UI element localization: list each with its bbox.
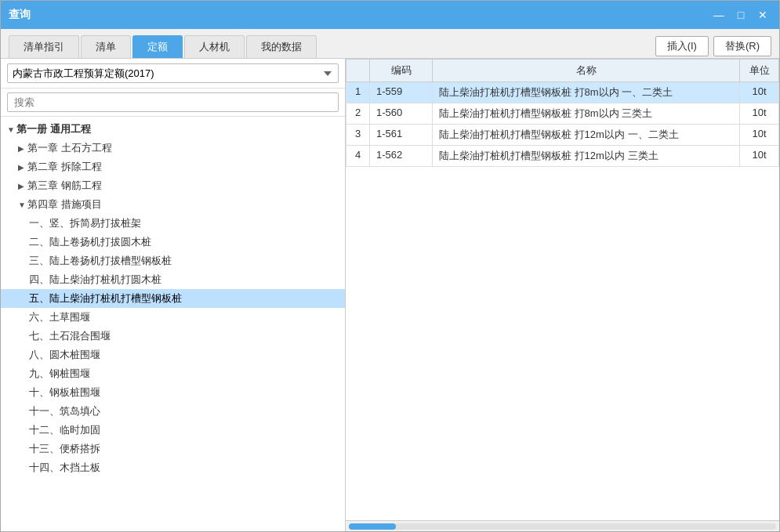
cell-code: 1-561 xyxy=(370,125,433,146)
search-input[interactable] xyxy=(7,92,339,112)
restore-button[interactable]: □ xyxy=(732,6,749,24)
table-row[interactable]: 41-562陆上柴油打桩机打槽型钢板桩 打12m以内 三类土10t xyxy=(346,146,779,167)
tree-arrow: ▼ xyxy=(18,201,27,209)
tab-dinge[interactable]: 定额 xyxy=(132,35,183,58)
tab-actions: 插入(I) 替换(R) xyxy=(655,36,771,58)
tree-item-item3[interactable]: 三、陆上卷扬机打拔槽型钢板桩 xyxy=(1,252,345,270)
tree-item-item10[interactable]: 十、钢板桩围堰 xyxy=(1,383,345,402)
cell-name: 陆上柴油打桩机打槽型钢板桩 打8m以内 三类土 xyxy=(433,103,740,125)
table-row[interactable]: 31-561陆上柴油打桩机打槽型钢板桩 打12m以内 一、二类土10t xyxy=(346,125,779,146)
horizontal-scrollbar[interactable] xyxy=(349,523,776,530)
cell-code: 1-559 xyxy=(370,82,433,103)
tree-item-item12[interactable]: 十二、临时加固 xyxy=(1,421,345,440)
col-name: 名称 xyxy=(433,60,740,82)
cell-code: 1-560 xyxy=(370,103,433,125)
table-row[interactable]: 21-560陆上柴油打桩机打槽型钢板桩 打8m以内 三类土10t xyxy=(346,103,779,125)
cell-unit: 10t xyxy=(740,125,779,146)
col-code: 编码 xyxy=(370,60,433,82)
main-window: 查询 — □ ✕ 清单指引 清单 定额 人材机 我的数据 插入(I) 替换(R)… xyxy=(0,0,780,532)
cell-unit: 10t xyxy=(740,82,779,103)
col-num xyxy=(346,60,370,82)
tree-item-item2[interactable]: 二、陆上卷扬机打拔圆木桩 xyxy=(1,233,345,252)
tree-arrow: ▶ xyxy=(18,182,27,190)
tree-item-ch3[interactable]: ▶第三章 钢筋工程 xyxy=(1,176,345,195)
cell-num: 3 xyxy=(346,125,370,146)
tree-item-item7[interactable]: 七、土石混合围堰 xyxy=(1,327,345,346)
data-table: 编码 名称 单位 11-559陆上柴油打桩机打槽型钢板桩 打8m以内 一、二类土… xyxy=(346,59,779,167)
cell-num: 2 xyxy=(346,103,370,125)
cell-code: 1-562 xyxy=(370,146,433,167)
tree-item-item1[interactable]: 一、竖、拆简易打拔桩架 xyxy=(1,214,345,233)
cell-name: 陆上柴油打桩机打槽型钢板桩 打12m以内 一、二类土 xyxy=(433,125,740,146)
table-row[interactable]: 11-559陆上柴油打桩机打槽型钢板桩 打8m以内 一、二类土10t xyxy=(346,82,779,103)
search-row xyxy=(1,89,345,117)
tree-item-ch4[interactable]: ▼第四章 措施项目 xyxy=(1,195,345,214)
minimize-button[interactable]: — xyxy=(710,6,727,24)
tree-item-vol1[interactable]: ▼第一册 通用工程 xyxy=(1,120,345,139)
tab-ren-cai-ji[interactable]: 人材机 xyxy=(184,35,245,58)
cell-unit: 10t xyxy=(740,146,779,167)
scrollbar-thumb xyxy=(349,523,396,530)
tree-item-ch1[interactable]: ▶第一章 土石方工程 xyxy=(1,139,345,157)
tree-item-item14[interactable]: 十四、木挡土板 xyxy=(1,458,345,477)
tree-item-item4[interactable]: 四、陆上柴油打桩机打圆木桩 xyxy=(1,270,345,289)
window-title: 查询 xyxy=(9,8,31,22)
tree-item-item5[interactable]: 五、陆上柴油打桩机打槽型钢板桩 xyxy=(1,289,345,308)
tab-bar: 清单指引 清单 定额 人材机 我的数据 插入(I) 替换(R) xyxy=(1,29,779,59)
tab-qingdan-zhiyin[interactable]: 清单指引 xyxy=(9,35,79,58)
tree-arrow: ▶ xyxy=(18,144,27,153)
title-bar: 查询 — □ ✕ xyxy=(1,1,779,29)
dropdown-row: 内蒙古市政工程预算定额(2017) xyxy=(1,59,345,89)
window-controls: — □ ✕ xyxy=(710,6,771,24)
col-unit: 单位 xyxy=(740,60,779,82)
horizontal-scrollbar-row xyxy=(346,520,779,531)
tree-item-item13[interactable]: 十三、便桥搭拆 xyxy=(1,440,345,458)
tab-qingdan[interactable]: 清单 xyxy=(81,35,131,58)
left-panel: 内蒙古市政工程预算定额(2017) ▼第一册 通用工程 ▶第一章 土石方工程 ▶… xyxy=(1,59,346,531)
tree-item-ch2[interactable]: ▶第二章 拆除工程 xyxy=(1,157,345,176)
tree-item-item8[interactable]: 八、圆木桩围堰 xyxy=(1,346,345,364)
right-panel: 编码 名称 单位 11-559陆上柴油打桩机打槽型钢板桩 打8m以内 一、二类土… xyxy=(346,59,779,531)
cell-name: 陆上柴油打桩机打槽型钢板桩 打8m以内 一、二类土 xyxy=(433,82,740,103)
main-content: 内蒙古市政工程预算定额(2017) ▼第一册 通用工程 ▶第一章 土石方工程 ▶… xyxy=(1,59,779,531)
tree-item-item6[interactable]: 六、土草围堰 xyxy=(1,308,345,327)
cell-num: 4 xyxy=(346,146,370,167)
tree-arrow: ▼ xyxy=(7,125,16,134)
tree-item-item9[interactable]: 九、钢桩围堰 xyxy=(1,364,345,383)
tree-arrow: ▶ xyxy=(18,163,27,172)
cell-unit: 10t xyxy=(740,103,779,125)
tab-wode-shuju[interactable]: 我的数据 xyxy=(246,35,317,58)
quota-dropdown[interactable]: 内蒙古市政工程预算定额(2017) xyxy=(7,63,339,83)
tree-container[interactable]: ▼第一册 通用工程 ▶第一章 土石方工程 ▶第二章 拆除工程 ▶第三章 钢筋工程… xyxy=(1,117,345,531)
replace-button[interactable]: 替换(R) xyxy=(713,36,771,56)
tree-item-item11[interactable]: 十一、筑岛填心 xyxy=(1,402,345,421)
cell-num: 1 xyxy=(346,82,370,103)
close-button[interactable]: ✕ xyxy=(754,6,771,24)
cell-name: 陆上柴油打桩机打槽型钢板桩 打12m以内 三类土 xyxy=(433,146,740,167)
table-container[interactable]: 编码 名称 单位 11-559陆上柴油打桩机打槽型钢板桩 打8m以内 一、二类土… xyxy=(346,59,779,520)
insert-button[interactable]: 插入(I) xyxy=(655,36,709,56)
